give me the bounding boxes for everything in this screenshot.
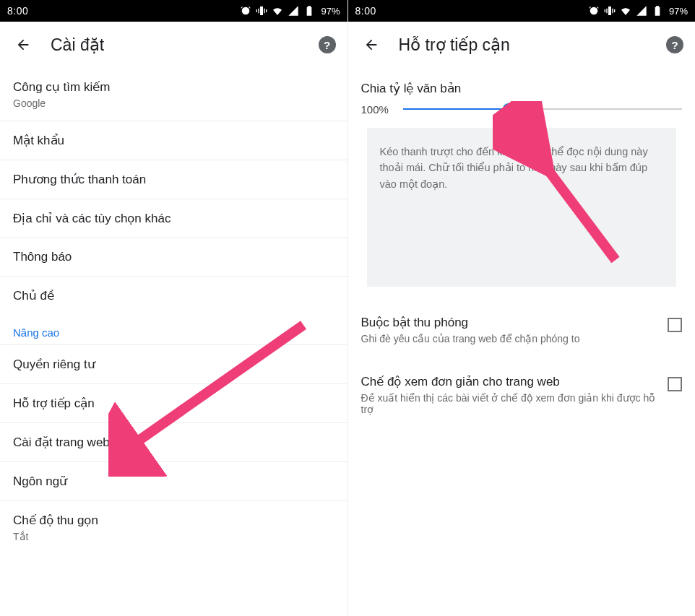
option-force-zoom[interactable]: Buộc bật thu phóng Ghi đè yêu cầu của tr… xyxy=(348,300,696,359)
item-title: Chủ đề xyxy=(13,288,334,303)
vibrate-icon xyxy=(256,5,267,17)
help-button[interactable]: ? xyxy=(319,36,336,53)
header-bar: Hỗ trợ tiếp cận ? xyxy=(348,22,696,68)
wifi-icon xyxy=(620,5,631,17)
item-title: Mật khẩu xyxy=(13,133,334,148)
option-title: Chế độ xem đơn giản cho trang web xyxy=(361,374,658,389)
item-title: Cài đặt trang web xyxy=(13,435,334,450)
accessibility-body: Chia tỷ lệ văn bản 100% Kéo thanh trượt … xyxy=(348,68,696,287)
alarm-icon xyxy=(240,5,251,17)
wifi-icon xyxy=(272,5,283,17)
option-subtitle: Đề xuất hiển thị các bài viết ở chế độ x… xyxy=(361,392,658,415)
item-subtitle: Google xyxy=(13,97,334,109)
accessibility-screen: 8:00 97% Hỗ trợ tiếp cận ? Chia tỷ lệ vă… xyxy=(348,0,696,616)
item-subtitle: Tắt xyxy=(13,531,334,542)
signal-icon xyxy=(288,5,299,17)
status-bar: 8:00 97% xyxy=(348,0,696,22)
help-button[interactable]: ? xyxy=(666,36,683,53)
status-time: 8:00 xyxy=(7,5,28,17)
settings-list: Công cụ tìm kiếm Google Mật khẩu Phương … xyxy=(0,68,348,554)
item-title: Địa chỉ và các tùy chọn khác xyxy=(13,211,334,226)
settings-item-site-settings[interactable]: Cài đặt trang web xyxy=(0,423,348,462)
item-title: Quyền riêng tư xyxy=(13,357,334,372)
vibrate-icon xyxy=(604,5,616,17)
settings-item-privacy[interactable]: Quyền riêng tư xyxy=(0,344,348,384)
status-icons: 97% xyxy=(588,5,688,17)
settings-item-payment[interactable]: Phương thức thanh toán xyxy=(0,160,348,199)
battery-icon xyxy=(652,5,663,17)
checkbox[interactable] xyxy=(668,318,682,332)
checkbox[interactable] xyxy=(668,377,682,391)
settings-item-notifications[interactable]: Thông báo xyxy=(0,238,348,277)
settings-item-accessibility[interactable]: Hỗ trợ tiếp cận xyxy=(0,384,348,423)
battery-icon xyxy=(303,5,315,17)
status-icons: 97% xyxy=(240,5,340,17)
text-scaling-example: Kéo thanh trượt cho đến khi bạn có thể đ… xyxy=(367,128,677,287)
status-battery-pct: 97% xyxy=(669,6,688,17)
text-scaling-row: 100% xyxy=(361,100,683,118)
item-title: Công cụ tìm kiếm xyxy=(13,79,334,95)
settings-item-language[interactable]: Ngôn ngữ xyxy=(0,462,348,501)
section-advanced: Nâng cao xyxy=(0,315,348,344)
page-title: Hỗ trợ tiếp cận xyxy=(399,35,510,55)
arrow-left-icon xyxy=(363,37,379,53)
item-title: Hỗ trợ tiếp cận xyxy=(13,396,334,411)
alarm-icon xyxy=(588,5,600,17)
settings-item-passwords[interactable]: Mật khẩu xyxy=(0,121,348,160)
status-battery-pct: 97% xyxy=(321,6,340,17)
help-icon: ? xyxy=(319,36,336,53)
settings-item-search-engine[interactable]: Công cụ tìm kiếm Google xyxy=(0,68,348,121)
signal-icon xyxy=(636,5,647,17)
item-title: Thông báo xyxy=(13,250,334,264)
settings-item-lite-mode[interactable]: Chế độ thu gọn Tắt xyxy=(0,501,348,554)
text-scaling-slider[interactable] xyxy=(403,100,683,118)
settings-item-addresses[interactable]: Địa chỉ và các tùy chọn khác xyxy=(0,199,348,238)
help-icon: ? xyxy=(666,36,683,53)
item-title: Chế độ thu gọn xyxy=(13,513,334,528)
header-bar: Cài đặt ? xyxy=(0,22,348,68)
arrow-left-icon xyxy=(15,37,31,53)
item-title: Ngôn ngữ xyxy=(13,474,334,489)
text-scaling-value: 100% xyxy=(361,103,396,116)
page-title: Cài đặt xyxy=(51,35,104,55)
settings-item-theme[interactable]: Chủ đề xyxy=(0,277,348,315)
option-subtitle: Ghi đè yêu cầu của trang web để chặn phó… xyxy=(361,333,658,344)
item-title: Phương thức thanh toán xyxy=(13,172,334,187)
back-button[interactable] xyxy=(360,33,383,56)
back-button[interactable] xyxy=(12,33,35,56)
option-simplified-view[interactable]: Chế độ xem đơn giản cho trang web Đề xuấ… xyxy=(348,359,696,430)
settings-screen: 8:00 97% Cài đặt ? Công cụ tìm kiếm xyxy=(0,0,348,616)
status-time: 8:00 xyxy=(355,5,376,17)
status-bar: 8:00 97% xyxy=(0,0,348,22)
text-scaling-label: Chia tỷ lệ văn bản xyxy=(361,81,683,96)
option-title: Buộc bật thu phóng xyxy=(361,315,658,330)
